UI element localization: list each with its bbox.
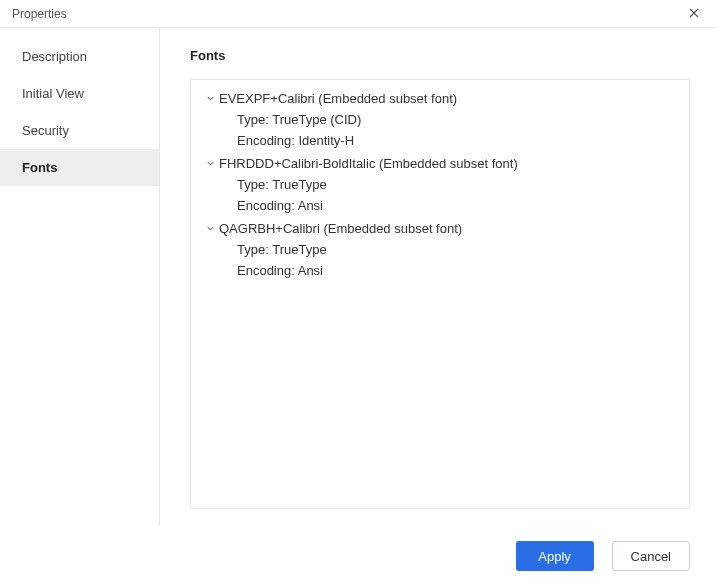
sidebar-item-label: Initial View: [22, 86, 84, 101]
type-value: TrueType (CID): [272, 112, 361, 127]
font-type-row: Type: TrueType: [237, 239, 677, 260]
chevron-down-icon: [203, 94, 217, 103]
sidebar-item-description[interactable]: Description: [0, 38, 159, 75]
encoding-value: Ansi: [298, 263, 323, 278]
title-bar: Properties: [0, 0, 716, 28]
font-type-row: Type: TrueType: [237, 174, 677, 195]
sidebar-item-label: Fonts: [22, 160, 57, 175]
type-label: Type:: [237, 242, 272, 257]
font-encoding-row: Encoding: Identity-H: [237, 130, 677, 151]
font-details: Type: TrueType Encoding: Ansi: [203, 239, 677, 281]
content-area: Fonts EVEXPF+Calibri (Embedded subset fo…: [160, 28, 716, 526]
encoding-value: Ansi: [298, 198, 323, 213]
chevron-down-icon: [203, 159, 217, 168]
footer: Apply Cancel: [0, 526, 716, 586]
encoding-label: Encoding:: [237, 263, 298, 278]
chevron-down-icon: [203, 224, 217, 233]
window-title: Properties: [12, 7, 682, 21]
font-toggle[interactable]: EVEXPF+Calibri (Embedded subset font): [203, 88, 677, 109]
font-entry: EVEXPF+Calibri (Embedded subset font) Ty…: [203, 88, 677, 151]
type-label: Type:: [237, 112, 272, 127]
font-entry: QAGRBH+Calibri (Embedded subset font) Ty…: [203, 218, 677, 281]
type-label: Type:: [237, 177, 272, 192]
font-toggle[interactable]: FHRDDD+Calibri-BoldItalic (Embedded subs…: [203, 153, 677, 174]
section-title: Fonts: [190, 48, 690, 63]
font-toggle[interactable]: QAGRBH+Calibri (Embedded subset font): [203, 218, 677, 239]
button-label: Apply: [538, 549, 571, 564]
apply-button[interactable]: Apply: [516, 541, 594, 571]
font-encoding-row: Encoding: Ansi: [237, 195, 677, 216]
font-name: QAGRBH+Calibri (Embedded subset font): [219, 221, 462, 236]
font-type-row: Type: TrueType (CID): [237, 109, 677, 130]
sidebar: Description Initial View Security Fonts: [0, 28, 160, 526]
close-button[interactable]: [682, 2, 706, 26]
sidebar-item-security[interactable]: Security: [0, 112, 159, 149]
sidebar-item-initial-view[interactable]: Initial View: [0, 75, 159, 112]
fonts-panel: EVEXPF+Calibri (Embedded subset font) Ty…: [190, 79, 690, 509]
sidebar-item-label: Description: [22, 49, 87, 64]
type-value: TrueType: [272, 242, 326, 257]
close-icon: [689, 6, 699, 21]
font-details: Type: TrueType Encoding: Ansi: [203, 174, 677, 216]
button-label: Cancel: [631, 549, 671, 564]
font-entry: FHRDDD+Calibri-BoldItalic (Embedded subs…: [203, 153, 677, 216]
font-name: EVEXPF+Calibri (Embedded subset font): [219, 91, 457, 106]
type-value: TrueType: [272, 177, 326, 192]
font-encoding-row: Encoding: Ansi: [237, 260, 677, 281]
encoding-label: Encoding:: [237, 198, 298, 213]
sidebar-item-fonts[interactable]: Fonts: [0, 149, 159, 186]
sidebar-item-label: Security: [22, 123, 69, 138]
cancel-button[interactable]: Cancel: [612, 541, 690, 571]
encoding-label: Encoding:: [237, 133, 298, 148]
main-area: Description Initial View Security Fonts …: [0, 28, 716, 526]
encoding-value: Identity-H: [298, 133, 354, 148]
font-details: Type: TrueType (CID) Encoding: Identity-…: [203, 109, 677, 151]
font-name: FHRDDD+Calibri-BoldItalic (Embedded subs…: [219, 156, 518, 171]
